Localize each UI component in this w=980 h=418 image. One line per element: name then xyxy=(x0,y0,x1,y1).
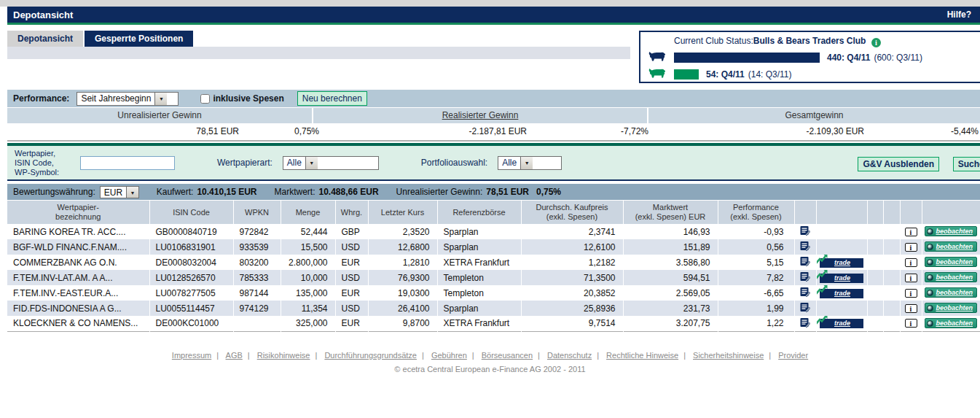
footer-link-item: Sicherheitshinweise| xyxy=(693,351,776,360)
beobachten-button[interactable]: beobachten xyxy=(925,318,977,328)
neu-berechnen-button[interactable]: Neu berechnen xyxy=(297,91,367,106)
footer-link[interactable]: Durchführungsgrundsätze xyxy=(324,351,417,360)
cell-referenzboerse: Templeton xyxy=(437,285,521,301)
gv-ausblenden-button[interactable]: G&V Ausblenden xyxy=(858,157,939,171)
cell-wertpapier: BARING KOREA TR. ACC.... xyxy=(7,224,149,239)
portfolioauswahl-label: Portfolioauswahl: xyxy=(421,158,487,168)
cell-isin: LU0078277505 xyxy=(149,285,233,301)
cell-whrg: EUR xyxy=(335,255,368,270)
cell-marktwert: 231,73 xyxy=(623,301,718,316)
cell-kaufpreis: 71,3500 xyxy=(521,270,623,285)
footer-link[interactable]: AGB xyxy=(226,351,243,360)
unrealisierter-gewinn-amount: 78,51 EUR xyxy=(7,126,240,136)
cell-kaufpreis: 1,2182 xyxy=(521,255,623,270)
bull-progress-bar xyxy=(674,53,820,63)
beobachten-button[interactable]: beobachten xyxy=(925,303,977,313)
wertpapierart-value: Alle xyxy=(283,157,305,169)
footer-separator: | xyxy=(216,351,219,360)
chevron-down-icon: ▼ xyxy=(126,187,138,198)
col-header-note xyxy=(794,201,816,224)
cell-menge: 10,000 xyxy=(281,270,335,285)
info-card-icon[interactable]: i xyxy=(905,304,917,313)
trade-button[interactable]: trade xyxy=(820,289,863,298)
cell-referenzboerse: XETRA Frankfurt xyxy=(437,316,521,331)
bear-icon xyxy=(640,67,674,81)
cell-marktwert: 2.569,05 xyxy=(623,285,718,301)
note-edit-icon[interactable] xyxy=(800,256,810,266)
realisierter-gewinn-link[interactable]: Realisierter Gewinn xyxy=(313,108,647,123)
cell-letzter-kurs: 19,0300 xyxy=(368,285,437,301)
col-header-whrg: Whrg. xyxy=(335,201,368,224)
note-edit-icon[interactable] xyxy=(800,302,810,312)
info-circle-icon[interactable]: i xyxy=(871,38,881,47)
help-link[interactable]: Hilfe? xyxy=(947,9,971,20)
kaufwert-value: 10.410,15 EUR xyxy=(197,187,256,197)
performance-period-select[interactable]: Seit Jahresbeginn ▼ xyxy=(77,92,179,106)
cell-whrg: USD xyxy=(335,270,368,285)
kaufwert-label: Kaufwert: xyxy=(157,187,194,197)
info-card-icon[interactable]: i xyxy=(905,319,917,328)
suchen-button[interactable]: Suchen xyxy=(953,157,980,171)
footer-link[interactable]: Sicherheitshinweise xyxy=(693,351,764,360)
trade-button[interactable]: trade xyxy=(820,258,863,268)
beobachten-button[interactable]: beobachten xyxy=(925,257,977,267)
bull-previous: (600: Q3/11) xyxy=(874,53,922,63)
eye-icon xyxy=(927,305,933,311)
info-card-icon[interactable]: i xyxy=(905,289,917,298)
portfolioauswahl-select[interactable]: Alle ▼ xyxy=(498,156,562,170)
note-edit-icon[interactable] xyxy=(800,287,810,297)
info-card-icon[interactable]: i xyxy=(905,243,917,252)
search-field-label: Wertpapier, ISIN Code, WP-Symbol: xyxy=(15,149,74,177)
note-edit-icon[interactable] xyxy=(800,271,810,282)
footer-link-item: Durchführungsgrundsätze| xyxy=(324,351,428,360)
beobachten-button[interactable]: beobachten xyxy=(925,226,977,236)
note-edit-icon[interactable] xyxy=(800,241,810,251)
footer-link[interactable]: Risikohinweise xyxy=(257,351,310,360)
trade-button[interactable]: trade xyxy=(820,274,863,283)
cell-kaufpreis: 25,8936 xyxy=(521,301,623,316)
col-header-referenzboerse: Referenzbörse xyxy=(437,201,521,224)
cell-wpkn xyxy=(233,316,281,331)
trade-button-label: trade xyxy=(834,289,850,298)
info-card-icon[interactable]: i xyxy=(905,228,917,236)
cell-kaufpreis: 9,7514 xyxy=(521,316,623,331)
footer-link[interactable]: Impressum xyxy=(172,351,211,360)
inklusive-spesen-checkbox[interactable] xyxy=(200,94,210,104)
beobachten-button[interactable]: beobachten xyxy=(925,241,977,252)
cell-wpkn: 785333 xyxy=(233,270,281,285)
cell-isin: DE000KC01000 xyxy=(149,316,233,331)
cell-whrg: USD xyxy=(335,239,368,255)
footer-link[interactable]: Provider xyxy=(778,351,808,360)
info-card-icon[interactable]: i xyxy=(905,274,917,282)
tab-depotansicht[interactable]: Depotansicht xyxy=(7,31,83,47)
trade-button[interactable]: trade xyxy=(820,319,863,328)
cell-wertpapier: FID.FDS-INDONESIA A G... xyxy=(7,301,149,316)
cell-performance: 0,56 xyxy=(718,239,794,255)
tab-gesperrte-positionen[interactable]: Gesperrte Positionen xyxy=(85,31,193,47)
cell-menge: 135,000 xyxy=(281,285,335,301)
wertpapier-search-input[interactable] xyxy=(80,156,175,170)
beobachten-button[interactable]: beobachten xyxy=(925,287,977,298)
cell-performance: -0,93 xyxy=(718,224,794,239)
note-edit-icon[interactable] xyxy=(800,225,810,236)
footer-link[interactable]: Datenschutz xyxy=(547,351,592,360)
chart-up-icon xyxy=(816,285,828,295)
footer-link-item: AGB| xyxy=(226,351,255,360)
col-header-spacer1 xyxy=(867,201,883,224)
footer-separator: | xyxy=(422,351,424,360)
beobachten-button-label: beobachten xyxy=(936,228,973,235)
period-value: Seit Jahresbeginn xyxy=(77,93,154,105)
beobachten-button[interactable]: beobachten xyxy=(925,272,977,282)
club-bull-row: 440: Q4/11 (600: Q3/11) xyxy=(640,49,980,66)
footer-link[interactable]: Rechtliche Hinweise xyxy=(606,351,678,360)
wertpapierart-select[interactable]: Alle ▼ xyxy=(283,156,379,170)
cell-letzter-kurs: 9,8700 xyxy=(368,316,437,331)
cell-performance: -6,65 xyxy=(718,285,794,301)
currency-select[interactable]: EUR ▼ xyxy=(100,186,139,198)
note-edit-icon[interactable] xyxy=(800,317,810,328)
footer-link[interactable]: Börseusancen xyxy=(482,351,533,360)
info-card-icon[interactable]: i xyxy=(905,258,917,267)
gewinn-value: 78,51 EUR xyxy=(486,187,529,197)
footer-link[interactable]: Gebühren xyxy=(431,351,467,360)
footer-link-item: Börseusancen| xyxy=(482,351,545,360)
